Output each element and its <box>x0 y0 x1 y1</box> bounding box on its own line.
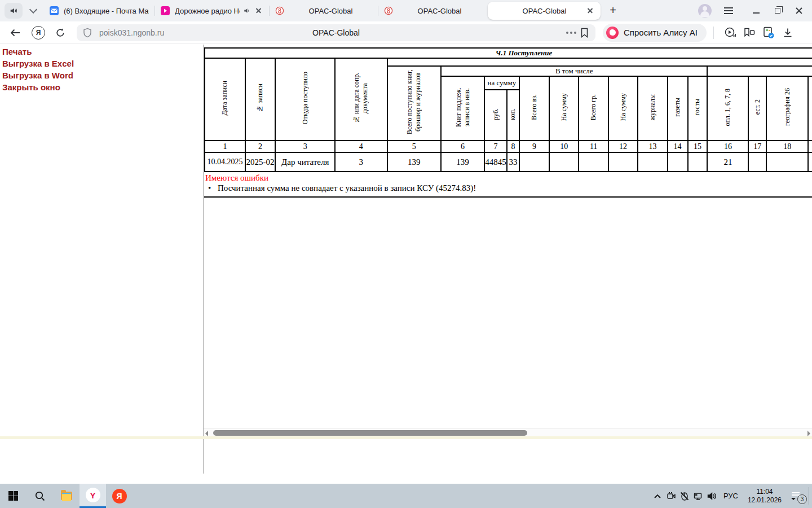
close-tab-icon[interactable] <box>254 6 263 15</box>
tab-title: OPAC-Global <box>289 7 372 15</box>
sidebar-divider <box>203 45 204 474</box>
scroll-left-arrow-icon[interactable] <box>205 431 208 436</box>
ksu-report: Ч.1 Поступление Дата записи № записи Отк… <box>204 47 812 198</box>
tab-audio-button[interactable] <box>5 3 23 19</box>
close-window-button[interactable] <box>791 0 807 21</box>
folder-icon <box>61 492 72 500</box>
radio-favicon-icon <box>161 6 170 15</box>
header-col7: руб. <box>484 90 507 141</box>
volume-icon[interactable] <box>705 484 718 508</box>
error-text: Посчитанная сумма не совпадает с указанн… <box>218 183 476 194</box>
tab-mail[interactable]: (6) Входящие - Почта Mai <box>44 0 155 21</box>
system-tray: РУС 11:04 12.01.2026 3 <box>651 484 812 508</box>
header-col9: Всего вз. <box>519 76 549 141</box>
sidebar-link-export-excel[interactable]: Выгрузка в Excel <box>2 58 74 69</box>
header-col4: № или дата сопр. документа <box>335 58 387 141</box>
yandex-services-icon[interactable] <box>32 26 45 40</box>
yandex-app-button[interactable] <box>106 484 133 508</box>
ask-alice-button[interactable]: Спросить Алису AI <box>603 24 707 42</box>
window-bottom-strip <box>0 436 812 439</box>
header-col10: На сумму <box>549 76 579 141</box>
address-toolbar: OPAC-Global poisk031.ngonb.ru Спросить А… <box>0 21 812 44</box>
browser-menu-icon[interactable] <box>724 7 733 14</box>
yandex-browser-window: (6) Входящие - Почта Mai Дорожное радио … <box>0 0 812 508</box>
header-group-total: В том числе <box>441 66 707 76</box>
header-col17: ест. 2 <box>748 76 766 141</box>
opac-favicon-icon <box>275 6 284 15</box>
scroll-right-arrow-icon[interactable] <box>807 431 810 436</box>
window-controls <box>698 0 812 21</box>
mouse-disabled-icon[interactable] <box>678 484 691 508</box>
header-col8: коп. <box>507 90 519 141</box>
windows-logo-icon <box>8 491 18 501</box>
sidebar-link-print[interactable]: Печать <box>2 46 74 58</box>
horizontal-scrollbar[interactable] <box>204 428 812 436</box>
error-heading: Имеются ошибки <box>205 173 812 183</box>
network-icon[interactable] <box>691 484 705 508</box>
tab-sound-icon[interactable] <box>243 7 250 14</box>
refresh-button[interactable] <box>53 25 68 40</box>
new-tab-button[interactable] <box>605 3 621 19</box>
tab-title: Дорожное радио Но <box>175 7 240 15</box>
close-tab-icon[interactable] <box>586 6 595 15</box>
taskbar-search-button[interactable] <box>27 484 53 508</box>
alice-icon <box>606 27 619 39</box>
sidebar-link-close-window[interactable]: Закрыть окно <box>2 81 74 93</box>
chevron-down-icon[interactable] <box>29 6 37 14</box>
header-col3: Откуда поступило <box>275 58 335 141</box>
page-title: OPAC-Global <box>77 28 595 37</box>
hidden-icons-chevron[interactable] <box>651 484 664 508</box>
tab-opac-1[interactable]: OPAC-Global <box>270 0 378 21</box>
notification-center-button[interactable]: 3 <box>789 490 804 502</box>
header-col1: Дата записи <box>205 58 245 141</box>
header-col16: опл. 1, 6, 7, 8 <box>707 76 748 141</box>
tab-title: OPAC-Global <box>398 7 481 15</box>
media-player-icon[interactable] <box>721 23 740 42</box>
header-col14: газеты <box>668 76 688 141</box>
tab-radio[interactable]: Дорожное радио Но <box>155 0 269 21</box>
show-desktop-divider[interactable] <box>809 487 809 505</box>
error-panel: Имеются ошибки • Посчитанная сумма не со… <box>204 172 812 198</box>
alice-label: Спросить Алису AI <box>624 28 698 37</box>
header-col18: география 26 <box>766 76 808 141</box>
yandex-browser-icon <box>86 488 100 502</box>
restore-button[interactable] <box>769 0 786 21</box>
windows-taskbar: РУС 11:04 12.01.2026 3 <box>0 484 812 508</box>
header-spacer-right <box>707 66 812 76</box>
screen-record-icon[interactable] <box>664 484 678 508</box>
yandex-browser-taskbar-button[interactable] <box>80 484 106 508</box>
tab-title: OPAC-Global <box>508 7 581 15</box>
clock[interactable]: 11:04 12.01.2026 <box>743 488 786 505</box>
sidebar-link-export-word[interactable]: Выгрузка в Word <box>2 69 74 81</box>
collections-icon[interactable] <box>740 23 759 42</box>
more-actions-icon[interactable] <box>570 32 572 34</box>
actions-sidebar: Печать Выгрузка в Excel Выгрузка в Word … <box>2 46 74 93</box>
back-button[interactable] <box>8 25 23 40</box>
mail-favicon-icon <box>50 6 59 15</box>
tab-bar: (6) Входящие - Почта Mai Дорожное радио … <box>0 0 812 21</box>
address-bar[interactable]: OPAC-Global poisk031.ngonb.ru <box>77 24 595 41</box>
bookmark-icon[interactable] <box>580 28 589 38</box>
header-col2: № записи <box>245 58 275 141</box>
file-explorer-button[interactable] <box>53 484 80 508</box>
tab-title: (6) Входящие - Почта Mai <box>64 7 149 15</box>
speaker-icon <box>10 7 17 15</box>
time-label: 11:04 <box>748 488 782 496</box>
downloads-icon[interactable] <box>778 23 797 42</box>
language-indicator[interactable]: РУС <box>718 492 743 500</box>
scrollbar-thumb[interactable] <box>213 430 527 436</box>
start-button[interactable] <box>0 484 27 508</box>
tab-opac-2[interactable]: OPAC-Global <box>378 0 487 21</box>
header-col6: Книг подлеж. записи в инв. <box>441 76 484 141</box>
opac-active-favicon-icon <box>493 6 502 15</box>
smart-save-icon[interactable] <box>759 23 778 42</box>
opac-favicon-icon <box>384 6 393 15</box>
minimize-button[interactable] <box>748 0 765 21</box>
header-col19-clipped <box>808 76 812 141</box>
search-icon <box>34 491 46 502</box>
tab-opac-active[interactable]: OPAC-Global <box>488 2 601 20</box>
numbering-row: 12 34 56 78 910 1112 1314 1516 1718 <box>205 141 812 152</box>
profile-avatar[interactable] <box>698 4 712 17</box>
report-title: Ч.1 Поступление <box>205 48 812 58</box>
yandex-icon <box>112 489 127 503</box>
